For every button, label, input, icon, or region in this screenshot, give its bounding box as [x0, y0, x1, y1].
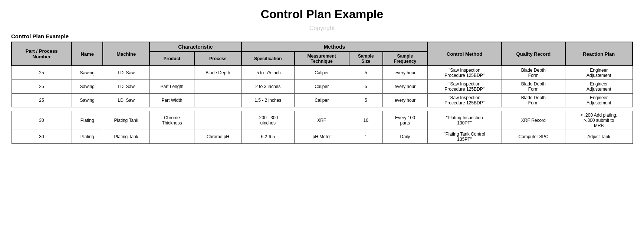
table-cell: XRF [295, 111, 349, 130]
table-cell: every hour [383, 80, 427, 94]
table-cell: LDI Saw [103, 66, 150, 80]
col-header-specification: Specification [242, 52, 295, 66]
table-cell: Part Width [150, 94, 194, 107]
table-cell: Engineer Adjustement [565, 94, 633, 107]
table-cell: 5 [349, 66, 383, 80]
table-cell: 25 [12, 66, 72, 80]
col-header-product: Product [150, 52, 194, 66]
table-cell: 30 [12, 111, 72, 130]
table-cell: < .200 Add plating. >.300 submit to MRB [565, 111, 633, 130]
col-header-measurement-technique: MeasurementTechnique [295, 52, 349, 66]
col-header-part-process: Part / ProcessNumber [12, 42, 72, 66]
table-cell: Chrome pH [194, 130, 242, 144]
col-header-machine: Machine [103, 42, 150, 66]
table-cell: 5 [349, 94, 383, 107]
table-cell: Chrome Thickness [150, 111, 194, 130]
table-cell: pH Meter [295, 130, 349, 144]
table-cell [150, 130, 194, 144]
table-row: 30PlatingPlating TankChrome pH6.2-6.5pH … [12, 130, 632, 144]
table-row: 25SawingLDI SawPart Width1.5 - 2 inchesC… [12, 94, 632, 107]
table-cell: LDI Saw [103, 80, 150, 94]
table-cell: Plating Tank [103, 130, 150, 144]
table-cell: Blade Depth Form [502, 80, 565, 94]
table-cell: every hour [383, 66, 427, 80]
table-cell: Plating [72, 111, 103, 130]
table-cell: 5 [349, 80, 383, 94]
table-cell: .200 -.300 uinches [242, 111, 295, 130]
table-cell [194, 111, 242, 130]
table-cell: LDI Saw [103, 94, 150, 107]
table-cell: "Saw Inspection Procedure 125BDP" [427, 80, 502, 94]
table-cell: Caliper [295, 80, 349, 94]
table-cell: Sawing [72, 94, 103, 107]
table-cell: "Saw Inspection Procedure 125BDP" [427, 66, 502, 80]
table-cell: Sawing [72, 80, 103, 94]
table-cell: "Plating Tank Control 135PT" [427, 130, 502, 144]
table-cell: Caliper [295, 94, 349, 107]
table-cell: Adjust Tank [565, 130, 633, 144]
table-cell: "Saw Inspection Procedure 125BDP" [427, 94, 502, 107]
table-cell: Daily [383, 130, 427, 144]
col-header-process: Process [194, 52, 242, 66]
table-cell: 1.5 - 2 inches [242, 94, 295, 107]
table-cell: .5 to .75 inch [242, 66, 295, 80]
table-cell: 1 [349, 130, 383, 144]
page-title: Control Plan Example [11, 7, 633, 21]
col-header-reaction-plan: Reaction Plan [565, 42, 633, 66]
group-header-characteristic: Characteristic [150, 42, 242, 52]
col-header-name: Name [72, 42, 103, 66]
table-cell: 30 [12, 130, 72, 144]
table-cell: every hour [383, 94, 427, 107]
table-cell: Blade Depth [194, 66, 242, 80]
col-header-sample-size: SampleSize [349, 52, 383, 66]
watermark-copyright: Copyright [11, 25, 633, 32]
table-cell: 2 to 3 inches [242, 80, 295, 94]
table-cell [194, 80, 242, 94]
group-header-methods: Methods [242, 42, 427, 52]
table-cell: Blade Depth Form [502, 94, 565, 107]
table-cell: Every 100 parts [383, 111, 427, 130]
table-cell: Caliper [295, 66, 349, 80]
table-row: 25SawingLDI SawBlade Depth.5 to .75 inch… [12, 66, 632, 80]
table-row: 30PlatingPlating TankChrome Thickness.20… [12, 111, 632, 130]
table-cell: 10 [349, 111, 383, 130]
table-cell [194, 94, 242, 107]
table-cell: Sawing [72, 66, 103, 80]
table-cell: XRF Record [502, 111, 565, 130]
table-cell: Blade Depth Form [502, 66, 565, 80]
col-header-control-method: Control Method [427, 42, 502, 66]
table-cell: Plating [72, 130, 103, 144]
col-header-sample-frequency: SampleFrequency [383, 52, 427, 66]
table-cell: Part Length [150, 80, 194, 94]
table-cell: Plating Tank [103, 111, 150, 130]
subtitle: Control Plan Example [11, 33, 633, 39]
table-cell: Engineer Adjustement [565, 66, 633, 80]
table-cell: Computer SPC [502, 130, 565, 144]
table-cell: "Plating Inspection 130PT" [427, 111, 502, 130]
table-cell: Engineer Adjustement [565, 80, 633, 94]
table-cell: 25 [12, 94, 72, 107]
control-plan-table: Part / ProcessNumber Name Machine Charac… [11, 42, 633, 144]
table-cell: 6.2-6.5 [242, 130, 295, 144]
table-cell [150, 66, 194, 80]
table-cell: 25 [12, 80, 72, 94]
col-header-quality-record: Quality Record [502, 42, 565, 66]
table-row: 25SawingLDI SawPart Length2 to 3 inchesC… [12, 80, 632, 94]
